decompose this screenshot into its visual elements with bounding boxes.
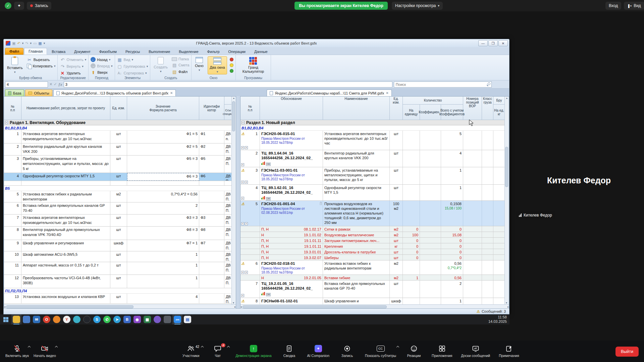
expand-icon[interactable]: + <box>241 146 244 149</box>
chevron-up-icon[interactable] <box>227 346 230 349</box>
taskbar-icon-firefox[interactable] <box>52 314 62 324</box>
ai-companion-button[interactable]: ✦ AI Companion <box>307 345 329 358</box>
chevron-up-icon[interactable] <box>28 346 31 349</box>
create-folder-button[interactable]: Папка <box>172 57 189 61</box>
redo-button[interactable]: ↷Вернуть▾ <box>60 64 86 69</box>
table-row[interactable]: 6Вставка гибкая для прямоугольных канало… <box>4 202 232 215</box>
group-row[interactable]: B1,B2,B3,B4 <box>4 125 232 131</box>
resource-row[interactable]: Н19.2.01.05Вставки гибкием210,56 <box>240 275 505 281</box>
search-input[interactable] <box>394 81 492 87</box>
resource-row[interactable]: П, Н08.1.02.17Сетки в рамкахм200 <box>240 226 505 232</box>
title-bar[interactable]: ▣ ↶▾ ↷▾ ▭ ▦ ▾ ГРАНД-Смета, версия 2025.2… <box>4 39 509 47</box>
search-box[interactable] <box>394 81 492 87</box>
taskbar-icon-explorer[interactable] <box>11 314 21 324</box>
apps-button[interactable]: Приложения <box>432 345 452 358</box>
forward-button[interactable]: →Вперед▾ <box>91 63 112 68</box>
grand-calculator-button[interactable]: Гранд Калькулятор <box>238 56 269 74</box>
delete-button[interactable]: ✕Удалить <box>60 70 86 76</box>
table-row[interactable]: ⚠3++ ГЭСНм11-03-001-01Приказ Минстроя Ро… <box>240 167 505 185</box>
chat-button[interactable]: 4 Чат <box>209 345 227 358</box>
recording-indicator[interactable]: Запись <box>27 2 51 10</box>
table-row[interactable]: ⚠8 ГЭСНм08-01-102-01 Шкаф управления и ш… <box>240 298 505 305</box>
cancel-icon[interactable]: ✕ <box>49 82 52 86</box>
collapse-icon[interactable]: − <box>5 121 8 124</box>
expand-icon[interactable]: + <box>241 294 244 297</box>
tab-document[interactable]: Документ <box>70 49 95 55</box>
tab-home[interactable]: Главная <box>24 48 47 55</box>
table-row[interactable]: 4+ ТЦ_89.1.62.01_16 1655444256_26.12.202… <box>240 185 505 201</box>
cut-button[interactable]: ✂Вырезать <box>27 57 56 62</box>
view-layout-button[interactable]: ❚▪ Вид <box>624 2 644 10</box>
col-unit[interactable]: Ед. изм. <box>110 97 127 120</box>
captions-button[interactable]: CC Показать субтитры <box>365 345 396 358</box>
notes-button[interactable]: Примечания <box>499 345 519 358</box>
vertical-scrollbar[interactable]: ▴▾ <box>231 97 236 304</box>
order-link[interactable]: Приказ Минстроя России от 18.05.2022 №37… <box>261 266 321 275</box>
tab-document-left[interactable]: Яндекс.Диск\Работа\...\13 Ведомость объе… <box>53 89 176 96</box>
table-row[interactable]: 5Установка вставок гибких к радиальным в… <box>4 191 232 202</box>
col-unit[interactable]: Ед. изм. <box>390 97 403 120</box>
green-pin-icon[interactable] <box>230 69 233 73</box>
table-row[interactable]: 8Вентилятор радиальный для прямоугольных… <box>4 227 232 240</box>
section-row[interactable]: −Раздел 1. Вентиляция. Оборудование <box>4 120 232 125</box>
create-file-button[interactable]: ▧Файл <box>172 69 189 74</box>
tab-filter[interactable]: Фильтр <box>203 49 224 55</box>
copy-button[interactable]: Копировать▾ <box>27 64 56 68</box>
close-tab-icon[interactable]: ✕ <box>170 91 173 95</box>
taskbar-icon-spreadsheet[interactable]: ▦ <box>142 314 152 324</box>
expand-icon[interactable]: + <box>241 222 244 225</box>
participants-button[interactable]: 42 Участники <box>182 345 200 358</box>
expand-icon[interactable]: + <box>241 271 244 274</box>
yellow-pin-icon[interactable] <box>230 63 233 67</box>
col-gross-per-unit[interactable]: На ед. кг <box>493 105 505 120</box>
table-row[interactable]: 10Шкаф автоматики ACU-6-3W5,5шт1ДВ П. <box>4 251 232 262</box>
start-video-button[interactable]: Начать видео <box>34 345 56 358</box>
expand-icon[interactable]: + <box>241 181 244 184</box>
table-row[interactable]: 13Установка заслонок воздушных и клапано… <box>4 294 232 304</box>
minimize-button[interactable]: — <box>478 40 488 46</box>
expand-icon[interactable]: + <box>241 197 244 200</box>
col-qty-total[interactable]: Всего с учетом коэффициентов <box>441 105 463 120</box>
red-pin-icon[interactable] <box>230 58 233 61</box>
cell-reference-box[interactable] <box>5 81 48 87</box>
tab-file[interactable]: Файл <box>5 48 23 55</box>
expand-icon[interactable]: + <box>245 222 248 225</box>
table-row[interactable]: 1Установка агрегатов вентиляторных произ… <box>4 131 232 143</box>
paste-button[interactable]: Вставить▾ <box>6 56 24 74</box>
security-shield-icon[interactable]: ✓ <box>5 2 11 9</box>
taskbar-icon-mail[interactable]: ✉ <box>32 314 42 324</box>
col-justification[interactable]: Обоснование <box>260 97 323 120</box>
col-value[interactable]: Значение Формула расчета <box>127 97 199 120</box>
table-row[interactable]: 7Установка агрегатов вентиляторных произ… <box>4 215 232 227</box>
close-button[interactable]: ✕ <box>498 40 508 46</box>
col-vor-numbers[interactable]: Номера позиций ВОР <box>463 97 482 120</box>
tab-document-right[interactable]: Яндекс.Диск\Работа\Семинары нараб...\11 … <box>267 89 391 96</box>
col-qty-per-unit[interactable]: На единицу <box>403 105 420 120</box>
table-row[interactable]: 12Преобразователь частоты VCI-G4.0-4B (4… <box>4 275 232 288</box>
confirm-icon[interactable]: ✓ <box>54 82 57 86</box>
collapse-icon[interactable]: − <box>241 121 245 124</box>
table-row[interactable]: 2+ ТЦ_89.1.64.04_16 1655444256_26.12.202… <box>240 150 505 167</box>
group-row[interactable]: П1,П2,П3,П4 <box>4 288 232 294</box>
taskbar-icon-writer[interactable]: ▤ <box>182 314 193 324</box>
grouping-button[interactable]: ▢Группировка▾ <box>117 64 148 69</box>
chevron-up-icon[interactable] <box>396 346 399 349</box>
leave-button[interactable]: Выйти <box>615 347 639 357</box>
close-tab-icon[interactable]: ✕ <box>386 91 388 95</box>
vertical-scrollbar[interactable]: ▴▾ <box>504 97 509 304</box>
taskbar-icon-browser[interactable] <box>72 314 82 324</box>
share-screen-button[interactable]: ↑ Демонстрация экрана <box>235 345 271 358</box>
window-button[interactable]: Окно▾ <box>194 56 205 72</box>
create-estimate-button[interactable]: ▤Смета <box>172 62 189 68</box>
view-button[interactable]: ▦Вид▾ <box>117 57 148 62</box>
resource-row[interactable]: П, Н19.1.01.11Креплениякг00 <box>240 243 505 249</box>
view-settings-dropdown[interactable]: Настройки просмотра ▾ <box>392 2 443 10</box>
group-row[interactable]: B1,B2,B3,B4 <box>240 125 505 131</box>
formula-value-box[interactable] <box>64 81 392 87</box>
expand-icon[interactable]: + <box>245 271 248 274</box>
maximize-button[interactable]: ❐ <box>488 40 498 46</box>
table-row[interactable]: 11Аппарат настенный, масса от 0,15 т до … <box>4 262 232 275</box>
start-button[interactable] <box>0 314 11 324</box>
record-button[interactable]: Запись <box>338 345 356 358</box>
order-link[interactable]: Приказ Минстроя России от 18.05.2022 №37… <box>261 173 321 181</box>
